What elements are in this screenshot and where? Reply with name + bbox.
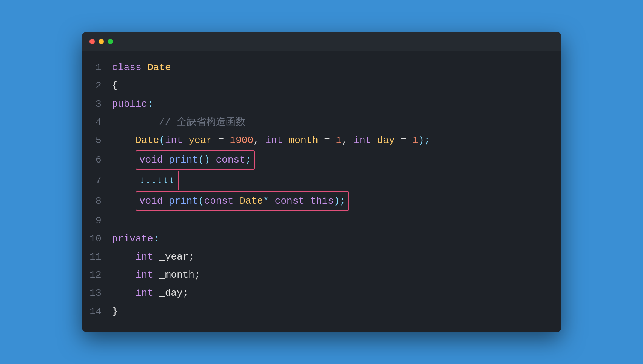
close-button[interactable] — [89, 39, 95, 44]
code-line-2: 2 { — [82, 77, 561, 95]
line-content: int _year; — [112, 249, 194, 265]
code-line-4: 4 // 全缺省构造函数 — [82, 113, 561, 131]
line-number: 14 — [82, 303, 112, 320]
line-number: 12 — [82, 267, 112, 283]
highlight-box-line8: void print(const Date* const this); — [136, 191, 349, 211]
line-number: 3 — [82, 96, 112, 112]
line-number: 10 — [82, 230, 112, 247]
line-content: int _day; — [112, 285, 189, 301]
line-content: } — [112, 303, 118, 320]
code-window: 1 class Date 2 { 3 public: 4 // 全缺省构造函数 … — [82, 32, 561, 332]
line-content: private: — [112, 230, 159, 247]
line-number: 8 — [82, 193, 112, 209]
code-line-1: 1 class Date — [82, 58, 561, 77]
line-content: ↓↓↓↓↓↓ — [112, 171, 179, 189]
line-content: public: — [112, 96, 153, 112]
line-number: 4 — [82, 114, 112, 131]
minimize-button[interactable] — [99, 39, 104, 44]
code-line-9: 9 — [82, 212, 561, 230]
line-content: Date(int year = 1900, int month = 1, int… — [112, 132, 430, 149]
line-number: 2 — [82, 77, 112, 94]
line-content: // 全缺省构造函数 — [112, 114, 246, 131]
line-number: 9 — [82, 212, 112, 229]
line-content — [112, 212, 118, 229]
code-line-10: 10 private: — [82, 230, 561, 248]
line-content: void print(const Date* const this); — [112, 191, 350, 211]
line-content: void print() const; — [112, 150, 255, 170]
arrow-line: ↓↓↓↓↓↓ — [136, 171, 179, 189]
code-line-14: 14 } — [82, 303, 561, 321]
code-line-6: 6 void print() const; — [82, 149, 561, 170]
line-content: class Date — [112, 59, 171, 76]
code-line-13: 13 int _day; — [82, 284, 561, 302]
highlight-box-line6: void print() const; — [136, 150, 255, 170]
line-number: 1 — [82, 59, 112, 76]
maximize-button[interactable] — [108, 39, 113, 44]
code-line-12: 12 int _month; — [82, 266, 561, 284]
line-content: int _month; — [112, 267, 200, 283]
line-number: 13 — [82, 285, 112, 301]
titlebar — [82, 32, 561, 51]
line-number: 11 — [82, 249, 112, 265]
line-content: { — [112, 77, 118, 94]
code-line-11: 11 int _year; — [82, 248, 561, 266]
code-line-5: 5 Date(int year = 1900, int month = 1, i… — [82, 131, 561, 149]
code-area: 1 class Date 2 { 3 public: 4 // 全缺省构造函数 … — [82, 51, 561, 332]
code-line-7: 7 ↓↓↓↓↓↓ — [82, 170, 561, 190]
code-line-8: 8 void print(const Date* const this); — [82, 190, 561, 212]
line-number: 6 — [82, 152, 112, 168]
line-number: 5 — [82, 132, 112, 149]
line-number: 7 — [82, 172, 112, 189]
code-line-3: 3 public: — [82, 95, 561, 113]
